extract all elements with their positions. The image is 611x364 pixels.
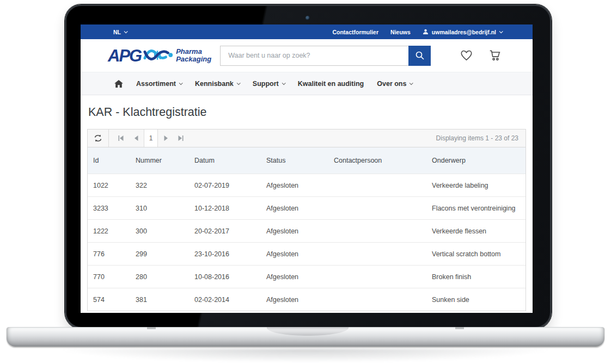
- logo-tagline-bottom: Packaging: [176, 55, 211, 63]
- cell-nummer: 322: [130, 182, 189, 189]
- refresh-button[interactable]: [88, 129, 109, 147]
- table-header-row: Id Nummer Datum Status Contactpersoon On…: [88, 147, 526, 174]
- table-row[interactable]: 776 299 23-10-2016 Afgesloten Vertical s…: [88, 242, 526, 265]
- last-page-icon: [178, 135, 184, 141]
- column-header-nummer[interactable]: Nummer: [130, 157, 189, 164]
- cell-status: Afgesloten: [261, 227, 328, 235]
- nav-label: Kennisbank: [195, 80, 234, 88]
- wishlist-button[interactable]: [459, 48, 474, 63]
- chevron-down-icon: [499, 29, 503, 33]
- heart-icon: [459, 48, 474, 63]
- logo-tagline-top: Pharma: [176, 48, 211, 55]
- cell-onderwerp: Broken finish: [426, 273, 526, 281]
- chevron-down-icon: [124, 29, 128, 33]
- pager-status: Displaying items 1 - 23 of 23: [436, 134, 526, 142]
- nav-item-support[interactable]: Support: [253, 80, 285, 88]
- nav-label: Over ons: [377, 80, 406, 88]
- cell-datum: 02-07-2019: [189, 182, 261, 189]
- cell-nummer: 310: [130, 205, 189, 212]
- browser-viewport: NL Contactformulier Nieuws uwmailadres@b…: [81, 24, 533, 313]
- cell-status: Afgesloten: [261, 182, 328, 189]
- home-icon: [114, 80, 123, 88]
- site-logo[interactable]: APG Pharma Packaging: [108, 46, 211, 65]
- laptop-hinge: [147, 327, 156, 329]
- cell-id: 1222: [88, 227, 130, 235]
- nav-item-kwaliteit-en-auditing[interactable]: Kwaliteit en auditing: [298, 80, 364, 88]
- laptop-mockup: NL Contactformulier Nieuws uwmailadres@b…: [0, 0, 611, 364]
- nav-item-over-ons[interactable]: Over ons: [377, 80, 412, 88]
- cell-onderwerp: Verkeerde labeling: [426, 182, 526, 189]
- search-icon: [415, 51, 425, 60]
- cell-datum: 02-02-2014: [189, 296, 261, 304]
- cart-icon: [488, 48, 502, 63]
- search-input[interactable]: [220, 46, 408, 66]
- chevron-down-icon: [410, 81, 413, 85]
- cell-status: Afgesloten: [261, 273, 328, 281]
- logo-tagline: Pharma Packaging: [176, 48, 211, 64]
- search-button[interactable]: [408, 46, 431, 66]
- nav-item-assortiment[interactable]: Assortiment: [136, 80, 182, 88]
- contactform-link[interactable]: Contactformulier: [332, 29, 378, 35]
- chevron-down-icon: [236, 81, 240, 85]
- account-menu[interactable]: uwmailadres@bedrijf.nl: [423, 29, 502, 35]
- cell-id: 574: [88, 296, 130, 304]
- column-header-onderwerp[interactable]: Onderwerp: [426, 157, 526, 164]
- column-header-status[interactable]: Status: [261, 157, 328, 164]
- cell-status: Afgesloten: [261, 205, 328, 212]
- language-selector[interactable]: NL: [113, 29, 127, 35]
- cell-id: 3233: [88, 205, 130, 212]
- column-header-contactpersoon[interactable]: Contactpersoon: [328, 157, 426, 164]
- language-label: NL: [113, 29, 121, 35]
- last-page-button[interactable]: [173, 129, 188, 147]
- complaints-grid: 1 Displaying ite: [87, 129, 526, 311]
- cell-nummer: 280: [130, 273, 189, 281]
- current-page-indicator[interactable]: 1: [144, 129, 158, 147]
- search-bar: [220, 46, 431, 66]
- cell-onderwerp: Sunken side: [426, 296, 526, 304]
- cell-onderwerp: Flacons met verontreiniging: [426, 205, 526, 212]
- chevron-down-icon: [282, 81, 285, 85]
- cell-datum: 10-08-2016: [189, 273, 261, 281]
- pager: 1: [113, 129, 188, 147]
- nav-label: Support: [253, 80, 279, 88]
- table-row[interactable]: 1022 322 02-07-2019 Afgesloten Verkeerde…: [88, 174, 526, 196]
- laptop-reflection: [49, 349, 562, 363]
- news-label: Nieuws: [390, 29, 411, 35]
- nav-label: Kwaliteit en auditing: [298, 80, 364, 88]
- news-link[interactable]: Nieuws: [390, 29, 411, 35]
- page-title: KAR - Klachtregistratie: [88, 104, 526, 120]
- table-row[interactable]: 1222 300 20-02-2017 Afgesloten Verkeerde…: [88, 219, 526, 242]
- chevron-down-icon: [179, 81, 183, 85]
- column-header-datum[interactable]: Datum: [189, 157, 261, 164]
- cell-nummer: 381: [130, 296, 189, 304]
- next-page-button[interactable]: [158, 129, 173, 147]
- cell-nummer: 300: [130, 227, 189, 235]
- next-page-icon: [163, 135, 168, 141]
- laptop-hinge: [455, 327, 464, 329]
- first-page-button[interactable]: [113, 129, 129, 147]
- grid-toolbar: 1 Displaying ite: [88, 129, 526, 147]
- logo-brand-text: APG: [108, 47, 141, 64]
- cart-button[interactable]: [488, 48, 502, 63]
- prev-page-button[interactable]: [129, 129, 144, 147]
- table-row[interactable]: 770 280 10-08-2016 Afgesloten Broken fin…: [88, 265, 526, 288]
- cell-id: 1022: [88, 182, 130, 189]
- prev-page-icon: [134, 135, 139, 141]
- page-content: KAR - Klachtregistratie: [81, 95, 533, 311]
- nav-home[interactable]: [114, 80, 123, 88]
- cell-datum: 20-02-2017: [189, 227, 261, 235]
- contactform-label: Contactformulier: [332, 29, 378, 35]
- nav-item-kennisbank[interactable]: Kennisbank: [195, 80, 240, 88]
- first-page-icon: [118, 135, 124, 141]
- cell-status: Afgesloten: [261, 250, 328, 258]
- user-icon: [423, 29, 429, 35]
- table-row[interactable]: 3233 310 10-12-2018 Afgesloten Flacons m…: [88, 196, 526, 219]
- cell-datum: 10-12-2018: [189, 205, 261, 212]
- table-row[interactable]: 574 381 02-02-2014 Afgesloten Sunken sid…: [88, 288, 526, 311]
- header-action-icons: [459, 48, 502, 63]
- cell-id: 770: [88, 273, 130, 281]
- site-header: APG Pharma Packaging: [81, 39, 533, 72]
- column-header-id[interactable]: Id: [88, 157, 130, 164]
- cell-datum: 23-10-2016: [189, 250, 261, 258]
- dna-icon: [143, 46, 175, 65]
